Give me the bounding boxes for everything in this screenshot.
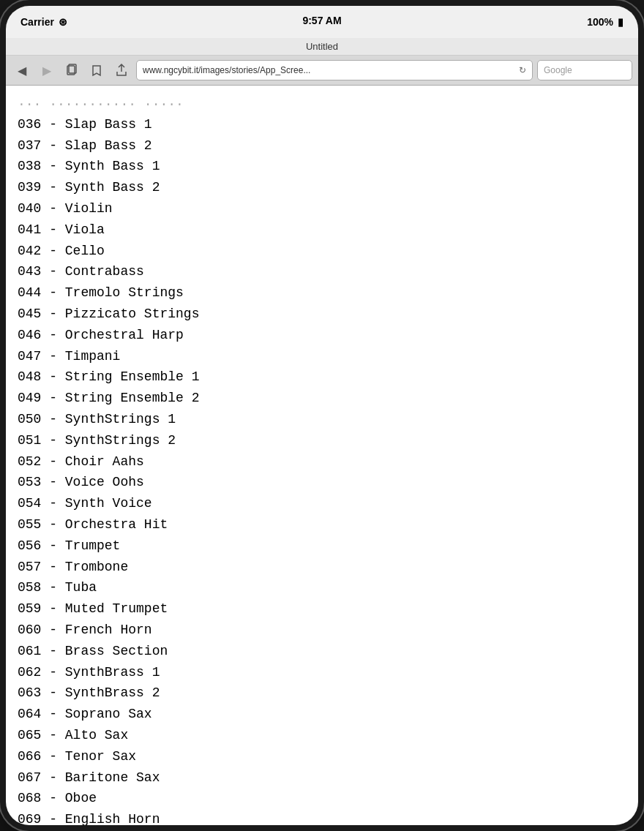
list-item: 041 - Viola (18, 219, 626, 241)
list-item: 054 - Synth Voice (18, 493, 626, 514)
list-item: 042 - Cello (18, 241, 626, 262)
list-item: 055 - Orchestra Hit (18, 514, 626, 535)
list-item: 068 - Oboe (18, 788, 626, 809)
battery-icon: ▮ (618, 16, 624, 28)
list-item: 053 - Voice Oohs (18, 472, 626, 493)
browser-nav-bar: ◀ ▶ (6, 56, 638, 85)
list-item: 066 - Tenor Sax (18, 746, 626, 767)
status-bar: Carrier ⊛ 9:57 AM 100% ▮ (6, 6, 638, 38)
pages-button[interactable] (61, 60, 82, 80)
list-item: 039 - Synth Bass 2 (18, 177, 626, 198)
list-item: 061 - Brass Section (18, 641, 626, 662)
list-item: 059 - Muted Trumpet (18, 598, 626, 620)
page-title: Untitled (306, 41, 338, 52)
list-item: 040 - Violin (18, 198, 626, 219)
status-time: 9:57 AM (302, 15, 341, 26)
list-item: 043 - Contrabass (18, 261, 626, 282)
list-item: 036 - Slap Bass 1 (18, 114, 626, 135)
list-item: 065 - Alto Sax (18, 725, 626, 746)
status-left: Carrier ⊛ (20, 16, 67, 28)
list-item: 052 - Choir Aahs (18, 451, 626, 473)
search-bar[interactable]: Google (537, 60, 632, 80)
status-right: 100% ▮ (587, 16, 624, 28)
list-item: 038 - Synth Bass 1 (18, 156, 626, 177)
list-item: 064 - Soprano Sax (18, 704, 626, 725)
search-placeholder: Google (544, 65, 572, 75)
browser-chrome: Untitled ◀ ▶ (6, 38, 638, 86)
battery-label: 100% (587, 16, 613, 28)
list-item: 048 - String Ensemble 1 (18, 366, 626, 388)
list-item: 050 - SynthStrings 1 (18, 409, 626, 430)
list-item: 060 - French Horn (18, 620, 626, 641)
share-button[interactable] (111, 60, 132, 80)
list-item: 067 - Baritone Sax (18, 767, 626, 789)
device-frame: Carrier ⊛ 9:57 AM 100% ▮ Untitled ◀ ▶ (0, 0, 644, 831)
list-item: 044 - Tremolo Strings (18, 282, 626, 304)
list-item: 045 - Pizzicato Strings (18, 304, 626, 325)
list-item: 049 - String Ensemble 2 (18, 388, 626, 409)
list-item: 056 - Trumpet (18, 535, 626, 557)
list-item: 047 - Timpani (18, 346, 626, 367)
list-item: 046 - Orchestral Harp (18, 325, 626, 346)
refresh-icon[interactable]: ↻ (519, 65, 526, 75)
instrument-list: 036 - Slap Bass 1037 - Slap Bass 2038 - … (18, 114, 626, 825)
wifi-icon: ⊛ (59, 16, 67, 28)
url-text: www.ngcybit.it/images/stories/App_Scree.… (143, 65, 310, 75)
list-item: 069 - English Horn (18, 809, 626, 825)
bookmarks-button[interactable] (86, 60, 107, 80)
browser-title-bar: Untitled (6, 38, 638, 56)
forward-button[interactable]: ▶ (37, 60, 57, 80)
list-item: 058 - Tuba (18, 577, 626, 598)
list-item: 062 - SynthBrass 1 (18, 662, 626, 683)
url-bar[interactable]: www.ngcybit.it/images/stories/App_Scree.… (136, 60, 533, 80)
back-button[interactable]: ◀ (12, 60, 32, 80)
truncated-top: ... ........... ..... (18, 91, 626, 114)
carrier-label: Carrier (20, 16, 54, 28)
list-item: 051 - SynthStrings 2 (18, 430, 626, 451)
list-item: 037 - Slap Bass 2 (18, 135, 626, 157)
list-item: 057 - Trombone (18, 557, 626, 578)
list-item: 063 - SynthBrass 2 (18, 683, 626, 704)
content-area: ... ........... ..... 036 - Slap Bass 10… (6, 86, 638, 825)
